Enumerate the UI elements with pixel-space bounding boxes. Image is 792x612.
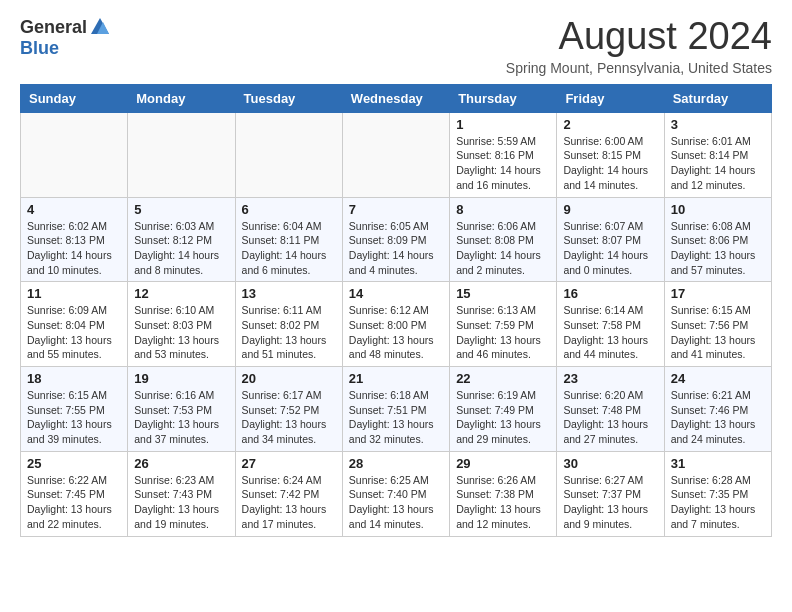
calendar-cell: 13Sunrise: 6:11 AMSunset: 8:02 PMDayligh…	[235, 282, 342, 367]
day-number: 31	[671, 456, 765, 471]
col-header-friday: Friday	[557, 84, 664, 112]
day-info: Sunrise: 6:26 AMSunset: 7:38 PMDaylight:…	[456, 473, 550, 532]
day-number: 1	[456, 117, 550, 132]
calendar-cell: 25Sunrise: 6:22 AMSunset: 7:45 PMDayligh…	[21, 451, 128, 536]
title-area: August 2024 Spring Mount, Pennsylvania, …	[506, 16, 772, 76]
day-number: 13	[242, 286, 336, 301]
col-header-sunday: Sunday	[21, 84, 128, 112]
calendar-cell: 22Sunrise: 6:19 AMSunset: 7:49 PMDayligh…	[450, 367, 557, 452]
day-number: 28	[349, 456, 443, 471]
day-number: 11	[27, 286, 121, 301]
day-info: Sunrise: 6:04 AMSunset: 8:11 PMDaylight:…	[242, 219, 336, 278]
day-number: 7	[349, 202, 443, 217]
calendar-cell: 17Sunrise: 6:15 AMSunset: 7:56 PMDayligh…	[664, 282, 771, 367]
day-info: Sunrise: 6:15 AMSunset: 7:56 PMDaylight:…	[671, 303, 765, 362]
logo-icon	[89, 16, 111, 38]
calendar-cell: 29Sunrise: 6:26 AMSunset: 7:38 PMDayligh…	[450, 451, 557, 536]
month-year-title: August 2024	[506, 16, 772, 58]
col-header-wednesday: Wednesday	[342, 84, 449, 112]
calendar-row: 1Sunrise: 5:59 AMSunset: 8:16 PMDaylight…	[21, 112, 772, 197]
calendar-cell: 23Sunrise: 6:20 AMSunset: 7:48 PMDayligh…	[557, 367, 664, 452]
calendar-row: 11Sunrise: 6:09 AMSunset: 8:04 PMDayligh…	[21, 282, 772, 367]
day-number: 30	[563, 456, 657, 471]
day-number: 3	[671, 117, 765, 132]
day-info: Sunrise: 6:19 AMSunset: 7:49 PMDaylight:…	[456, 388, 550, 447]
day-info: Sunrise: 6:22 AMSunset: 7:45 PMDaylight:…	[27, 473, 121, 532]
col-header-monday: Monday	[128, 84, 235, 112]
day-info: Sunrise: 6:10 AMSunset: 8:03 PMDaylight:…	[134, 303, 228, 362]
day-number: 24	[671, 371, 765, 386]
day-info: Sunrise: 6:20 AMSunset: 7:48 PMDaylight:…	[563, 388, 657, 447]
day-number: 29	[456, 456, 550, 471]
day-number: 9	[563, 202, 657, 217]
day-info: Sunrise: 6:01 AMSunset: 8:14 PMDaylight:…	[671, 134, 765, 193]
day-number: 23	[563, 371, 657, 386]
calendar-cell: 4Sunrise: 6:02 AMSunset: 8:13 PMDaylight…	[21, 197, 128, 282]
day-number: 19	[134, 371, 228, 386]
calendar-cell: 30Sunrise: 6:27 AMSunset: 7:37 PMDayligh…	[557, 451, 664, 536]
calendar-cell: 28Sunrise: 6:25 AMSunset: 7:40 PMDayligh…	[342, 451, 449, 536]
calendar-cell: 20Sunrise: 6:17 AMSunset: 7:52 PMDayligh…	[235, 367, 342, 452]
calendar-cell: 11Sunrise: 6:09 AMSunset: 8:04 PMDayligh…	[21, 282, 128, 367]
calendar-cell: 9Sunrise: 6:07 AMSunset: 8:07 PMDaylight…	[557, 197, 664, 282]
calendar-cell: 14Sunrise: 6:12 AMSunset: 8:00 PMDayligh…	[342, 282, 449, 367]
day-info: Sunrise: 6:24 AMSunset: 7:42 PMDaylight:…	[242, 473, 336, 532]
calendar-cell: 3Sunrise: 6:01 AMSunset: 8:14 PMDaylight…	[664, 112, 771, 197]
day-number: 25	[27, 456, 121, 471]
calendar-cell: 8Sunrise: 6:06 AMSunset: 8:08 PMDaylight…	[450, 197, 557, 282]
day-info: Sunrise: 6:23 AMSunset: 7:43 PMDaylight:…	[134, 473, 228, 532]
day-number: 10	[671, 202, 765, 217]
calendar-table: SundayMondayTuesdayWednesdayThursdayFrid…	[20, 84, 772, 537]
day-number: 12	[134, 286, 228, 301]
day-number: 18	[27, 371, 121, 386]
day-info: Sunrise: 6:00 AMSunset: 8:15 PMDaylight:…	[563, 134, 657, 193]
day-info: Sunrise: 6:28 AMSunset: 7:35 PMDaylight:…	[671, 473, 765, 532]
day-number: 16	[563, 286, 657, 301]
day-info: Sunrise: 6:02 AMSunset: 8:13 PMDaylight:…	[27, 219, 121, 278]
day-info: Sunrise: 6:15 AMSunset: 7:55 PMDaylight:…	[27, 388, 121, 447]
day-info: Sunrise: 6:17 AMSunset: 7:52 PMDaylight:…	[242, 388, 336, 447]
day-number: 15	[456, 286, 550, 301]
calendar-cell: 7Sunrise: 6:05 AMSunset: 8:09 PMDaylight…	[342, 197, 449, 282]
calendar-row: 4Sunrise: 6:02 AMSunset: 8:13 PMDaylight…	[21, 197, 772, 282]
day-number: 17	[671, 286, 765, 301]
calendar-cell: 27Sunrise: 6:24 AMSunset: 7:42 PMDayligh…	[235, 451, 342, 536]
calendar-cell: 10Sunrise: 6:08 AMSunset: 8:06 PMDayligh…	[664, 197, 771, 282]
calendar-cell: 21Sunrise: 6:18 AMSunset: 7:51 PMDayligh…	[342, 367, 449, 452]
day-info: Sunrise: 5:59 AMSunset: 8:16 PMDaylight:…	[456, 134, 550, 193]
logo: General Blue	[20, 16, 111, 59]
calendar-cell	[235, 112, 342, 197]
calendar-cell: 31Sunrise: 6:28 AMSunset: 7:35 PMDayligh…	[664, 451, 771, 536]
day-info: Sunrise: 6:08 AMSunset: 8:06 PMDaylight:…	[671, 219, 765, 278]
day-info: Sunrise: 6:18 AMSunset: 7:51 PMDaylight:…	[349, 388, 443, 447]
col-header-thursday: Thursday	[450, 84, 557, 112]
day-number: 2	[563, 117, 657, 132]
day-info: Sunrise: 6:11 AMSunset: 8:02 PMDaylight:…	[242, 303, 336, 362]
day-number: 5	[134, 202, 228, 217]
col-header-saturday: Saturday	[664, 84, 771, 112]
day-info: Sunrise: 6:27 AMSunset: 7:37 PMDaylight:…	[563, 473, 657, 532]
day-number: 6	[242, 202, 336, 217]
day-info: Sunrise: 6:14 AMSunset: 7:58 PMDaylight:…	[563, 303, 657, 362]
calendar-cell: 6Sunrise: 6:04 AMSunset: 8:11 PMDaylight…	[235, 197, 342, 282]
location-subtitle: Spring Mount, Pennsylvania, United State…	[506, 60, 772, 76]
calendar-cell: 16Sunrise: 6:14 AMSunset: 7:58 PMDayligh…	[557, 282, 664, 367]
day-info: Sunrise: 6:21 AMSunset: 7:46 PMDaylight:…	[671, 388, 765, 447]
calendar-cell: 19Sunrise: 6:16 AMSunset: 7:53 PMDayligh…	[128, 367, 235, 452]
day-number: 22	[456, 371, 550, 386]
calendar-cell	[342, 112, 449, 197]
day-info: Sunrise: 6:25 AMSunset: 7:40 PMDaylight:…	[349, 473, 443, 532]
calendar-row: 18Sunrise: 6:15 AMSunset: 7:55 PMDayligh…	[21, 367, 772, 452]
calendar-cell: 5Sunrise: 6:03 AMSunset: 8:12 PMDaylight…	[128, 197, 235, 282]
day-number: 8	[456, 202, 550, 217]
logo-general-text: General	[20, 17, 87, 38]
calendar-cell: 18Sunrise: 6:15 AMSunset: 7:55 PMDayligh…	[21, 367, 128, 452]
day-info: Sunrise: 6:03 AMSunset: 8:12 PMDaylight:…	[134, 219, 228, 278]
col-header-tuesday: Tuesday	[235, 84, 342, 112]
calendar-cell	[128, 112, 235, 197]
page: General Blue August 2024 Spring Mount, P…	[0, 0, 792, 553]
calendar-cell: 1Sunrise: 5:59 AMSunset: 8:16 PMDaylight…	[450, 112, 557, 197]
day-info: Sunrise: 6:12 AMSunset: 8:00 PMDaylight:…	[349, 303, 443, 362]
logo-blue-text: Blue	[20, 38, 59, 58]
day-number: 21	[349, 371, 443, 386]
